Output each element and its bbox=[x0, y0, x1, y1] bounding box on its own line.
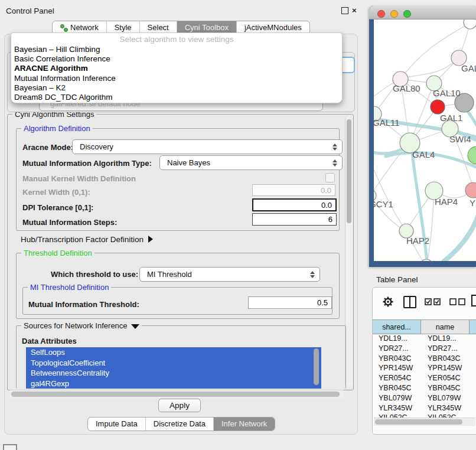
tab-infer-network-label: Infer Network bbox=[221, 418, 267, 431]
dropdown-item-bayesian-k2[interactable]: Bayesian – K2 bbox=[11, 83, 342, 93]
network-node[interactable] bbox=[464, 19, 476, 29]
cell: YPR145W bbox=[373, 363, 422, 373]
table-row[interactable]: YBR045CYBR045C9. bbox=[373, 383, 476, 393]
cell: YBR045C bbox=[422, 383, 471, 393]
table-row[interactable]: YDR27...YDR27...12 bbox=[373, 344, 476, 354]
mi-type-combobox[interactable]: Naive Bayes bbox=[159, 155, 343, 170]
float-window-icon[interactable] bbox=[341, 7, 348, 16]
cell: YDR27... bbox=[373, 344, 422, 354]
cell: YPR145W bbox=[422, 363, 471, 373]
cell: 9. bbox=[471, 383, 476, 393]
mi-threshold-field[interactable] bbox=[248, 296, 332, 309]
data-attributes-label: Data Attributes bbox=[22, 337, 77, 345]
list-scrollbar-thumb[interactable] bbox=[314, 348, 319, 385]
mi-threshold-label: Mutual Information Threshold: bbox=[28, 300, 139, 309]
hub-tf-definition-label: Hub/Transcription Factor Definition bbox=[21, 235, 144, 244]
network-node-green[interactable] bbox=[468, 146, 476, 164]
list-item[interactable]: BetweennessCentrality bbox=[26, 368, 321, 379]
which-threshold-label: Which threshold to use: bbox=[51, 270, 138, 279]
aracne-mode-combobox[interactable]: Discovery bbox=[72, 139, 343, 154]
cell: YBR043C bbox=[422, 354, 471, 364]
stepper-icon bbox=[310, 271, 315, 278]
dpi-tolerance-field[interactable] bbox=[252, 198, 337, 211]
stepper-icon bbox=[332, 144, 337, 151]
document-icon[interactable] bbox=[471, 295, 476, 306]
table-row[interactable]: YLR345WYLR345W9. bbox=[373, 403, 476, 413]
network-node-salmon[interactable] bbox=[465, 182, 476, 198]
minimized-panel-icon[interactable] bbox=[3, 444, 17, 450]
close-icon[interactable]: × bbox=[352, 6, 357, 15]
tab-discretize-data[interactable]: Discretize Data bbox=[145, 418, 213, 431]
hub-tf-definition-toggle[interactable]: Hub/Transcription Factor Definition bbox=[21, 235, 153, 244]
dropdown-prompt: Select algorithm to view settings bbox=[11, 33, 342, 45]
apply-button[interactable]: Apply bbox=[158, 399, 201, 412]
dropdown-item-basic-correlation[interactable]: Basic Correlation Inference bbox=[11, 54, 342, 64]
list-item[interactable]: gal4RGexp bbox=[26, 379, 321, 389]
tab-infer-network[interactable]: Infer Network bbox=[213, 418, 275, 431]
screen: Control Panel × Network Style Select Cyn… bbox=[0, 0, 476, 450]
settings-hscrollbar-track[interactable] bbox=[9, 390, 344, 399]
gear-icon[interactable] bbox=[382, 296, 394, 308]
cell: YDL19... bbox=[373, 334, 422, 344]
algorithm-dropdown-popup: Select algorithm to view settings Bayesi… bbox=[11, 32, 343, 103]
minimize-traffic-light-icon[interactable] bbox=[390, 10, 398, 18]
cell: YBR045C bbox=[373, 383, 422, 393]
settings-scrollbar-thumb[interactable] bbox=[347, 119, 351, 223]
column-header-cut[interactable] bbox=[470, 320, 476, 334]
dropdown-item-mutual-information[interactable]: Mutual Information Inference bbox=[11, 74, 342, 83]
manual-kernel-label: Manual Kernel Width Definition bbox=[22, 174, 136, 183]
table-row[interactable]: YPR145WYPR145W9. bbox=[373, 363, 476, 373]
cell: YER054C bbox=[373, 373, 422, 383]
node-label-gcy1: GCY1 bbox=[374, 199, 393, 209]
split-columns-icon[interactable] bbox=[403, 296, 416, 308]
tab-impute-data[interactable]: Impute Data bbox=[88, 418, 145, 431]
cell bbox=[471, 354, 476, 364]
node-label-gal4: GAL4 bbox=[412, 149, 435, 159]
table-hscrollbar-thumb[interactable] bbox=[375, 419, 462, 425]
algorithm-definition-title: Algorithm Definition bbox=[21, 124, 93, 133]
manual-kernel-checkbox[interactable] bbox=[325, 173, 335, 182]
column-header-name[interactable]: name bbox=[421, 320, 470, 334]
table-row[interactable]: YDL19...YDL19...13 bbox=[373, 334, 476, 344]
table-row[interactable]: YBL079WYBL079W bbox=[373, 393, 476, 403]
cell: 12 bbox=[471, 344, 476, 354]
network-window-titlebar[interactable] bbox=[369, 6, 476, 19]
close-traffic-light-icon[interactable] bbox=[377, 10, 385, 18]
node-label-hap2: HAP2 bbox=[406, 236, 429, 246]
dropdown-item-dream8[interactable]: Dream8 DC_TDC Algorithm bbox=[11, 93, 342, 102]
checked-columns-icon[interactable] bbox=[425, 298, 441, 305]
network-node-gal1[interactable] bbox=[431, 100, 445, 114]
cell bbox=[471, 393, 476, 403]
cell: 8. bbox=[471, 373, 476, 383]
mi-steps-field[interactable] bbox=[252, 213, 337, 226]
cell: 13 bbox=[471, 334, 476, 344]
mi-threshold-group-title: MI Threshold Definition bbox=[28, 283, 111, 292]
table-row[interactable]: YBR043CYBR043C bbox=[373, 354, 476, 364]
zoom-traffic-light-icon[interactable] bbox=[403, 10, 411, 18]
which-threshold-value: MI Threshold bbox=[147, 270, 192, 279]
sources-title-text: Sources for Network Inference bbox=[24, 321, 128, 330]
kernel-width-field[interactable] bbox=[252, 184, 335, 196]
network-view-window[interactable]: GAL GAL80 GAL10 GAL1 GAL11 SWI4 GAL4 GCY… bbox=[369, 6, 476, 267]
network-canvas[interactable]: GAL GAL80 GAL10 GAL1 GAL11 SWI4 GAL4 GCY… bbox=[374, 19, 476, 261]
node-label-gal1: GAL1 bbox=[440, 113, 462, 123]
list-item[interactable]: TopologicalCoefficient bbox=[26, 358, 321, 369]
unchecked-columns-icon[interactable] bbox=[449, 298, 466, 305]
which-threshold-combobox[interactable]: MI Threshold bbox=[139, 267, 320, 282]
table-hscrollbar-track[interactable] bbox=[374, 418, 475, 426]
dropdown-item-aracne[interactable]: ARACNE Algorithm bbox=[11, 64, 342, 73]
table-row[interactable]: YER054CYER054C8. bbox=[373, 373, 476, 383]
tab-impute-data-label: Impute Data bbox=[96, 418, 138, 431]
bottom-tabs: Impute Data Discretize Data Infer Networ… bbox=[87, 417, 275, 431]
dropdown-item-bayesian-hill-climbing[interactable]: Bayesian – Hill Climbing bbox=[11, 45, 342, 54]
cell: YBR043C bbox=[373, 354, 422, 364]
table-panel: shared... name YDL19...YDL19...13 YDR27.… bbox=[372, 287, 476, 435]
collapsed-arrow-icon bbox=[148, 236, 153, 243]
cell: YBL079W bbox=[422, 393, 471, 403]
list-item[interactable]: SelfLoops bbox=[26, 347, 321, 358]
cell: YLR345W bbox=[373, 403, 422, 413]
column-header-shared[interactable]: shared... bbox=[373, 320, 421, 334]
data-attributes-list[interactable]: SelfLoops TopologicalCoefficient Between… bbox=[26, 347, 321, 389]
settings-hscrollbar-thumb[interactable] bbox=[11, 392, 340, 397]
cell: 9. bbox=[471, 403, 476, 413]
